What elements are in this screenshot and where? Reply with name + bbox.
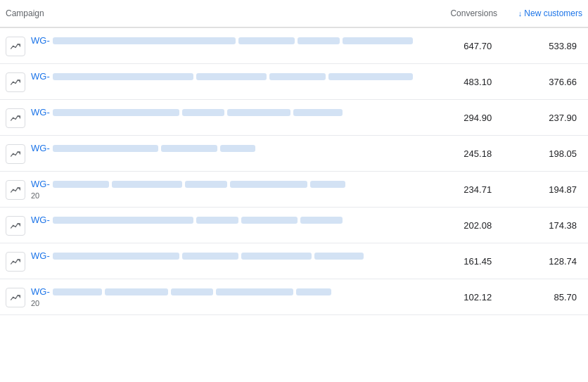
table-row[interactable]: WG-161.45128.74 [0,243,588,279]
campaign-name-blur [53,181,109,188]
campaign-name-blur [293,109,343,116]
column-header-new-customers[interactable]: ↓New customers [503,0,588,27]
column-header-conversions[interactable]: Conversions [425,0,503,27]
data-table: Campaign Conversions ↓New customers WG-6… [0,0,588,315]
campaign-name-blur [182,109,224,116]
new-customers-value: 194.87 [503,172,588,208]
campaign-name-blur [343,37,413,44]
campaign-name-blur [314,253,364,260]
column-header-campaign[interactable]: Campaign [0,0,425,27]
campaign-name-wrap: WG-20 [31,286,331,307]
campaign-name-blur [300,217,343,224]
campaign-name-blur [185,181,227,188]
table-row[interactable]: WG-202.08174.38 [0,208,588,243]
campaign-name-blur [269,73,326,80]
campaign-name-blur [53,253,179,260]
campaign-prefix: WG- [31,107,50,117]
campaign-name-blur [182,253,238,260]
campaign-icon [6,216,25,236]
conversions-value: 647.70 [425,27,503,64]
campaign-prefix: WG- [31,143,50,153]
campaign-name-wrap: WG- [31,250,364,261]
campaign-prefix: WG- [31,71,50,82]
campaign-icon [6,37,25,56]
campaign-icon [6,108,25,128]
campaign-icon [6,144,25,164]
table-row[interactable]: WG-245.18198.05 [0,136,588,172]
campaign-subtitle: 20 [31,299,39,307]
campaign-prefix: WG- [31,215,50,225]
new-customers-header-label: New customers [524,8,582,18]
campaign-name-blur [238,37,295,44]
campaign-name-wrap: WG- [31,107,343,117]
new-customers-value: 533.89 [503,27,588,64]
campaign-name-blur [328,73,413,80]
campaign-prefix: WG- [31,286,50,297]
campaign-name-blur [230,181,307,188]
campaign-name-blur [241,217,298,224]
campaign-name-blur [53,37,236,44]
campaign-name-blur [53,73,193,80]
new-customers-value: 198.05 [503,136,588,172]
campaign-name-wrap: WG- [31,215,343,225]
conversions-value: 483.10 [425,64,503,100]
conversions-value: 245.18 [425,136,503,172]
new-customers-value: 128.74 [503,243,588,279]
table-row[interactable]: WG-20234.71194.87 [0,172,588,208]
campaign-name-blur [53,109,179,116]
campaign-prefix: WG- [31,179,50,189]
conversions-value: 102.12 [425,279,503,315]
campaign-name-blur [105,288,168,295]
table-row[interactable]: WG-647.70533.89 [0,27,588,64]
campaign-name-blur [298,37,340,44]
table-row[interactable]: WG-483.10376.66 [0,64,588,100]
campaign-prefix: WG- [31,35,50,46]
campaign-name-blur [112,181,182,188]
campaign-icon [6,288,25,307]
campaign-name-wrap: WG- [31,71,413,82]
campaign-name-blur [310,181,345,188]
new-customers-value: 174.38 [503,208,588,243]
table-row[interactable]: WG-20102.1285.70 [0,279,588,315]
new-customers-value: 237.90 [503,100,588,136]
campaign-name-blur [53,217,193,224]
campaign-name-blur [196,217,238,224]
campaign-icon [6,72,25,92]
campaign-header-label: Campaign [6,8,44,18]
new-customers-value: 376.66 [503,64,588,100]
campaign-name-blur [161,145,217,152]
campaign-name-blur [216,288,293,295]
campaign-name-wrap: WG-20 [31,179,345,200]
sort-down-icon: ↓ [518,9,523,18]
campaign-name-wrap: WG- [31,143,255,153]
campaign-name-blur [241,253,312,260]
campaign-name-blur [227,109,290,116]
campaign-name-blur [196,73,267,80]
campaign-prefix: WG- [31,250,50,261]
conversions-value: 234.71 [425,172,503,208]
campaign-name-wrap: WG- [31,35,413,46]
campaign-name-blur [220,145,255,152]
conversions-value: 202.08 [425,208,503,243]
conversions-header-label: Conversions [450,8,497,18]
campaign-icon [6,252,25,272]
conversions-value: 294.90 [425,100,503,136]
campaign-subtitle: 20 [31,191,39,200]
campaign-name-blur [171,288,213,295]
campaign-icon [6,180,25,200]
campaign-name-blur [53,145,158,152]
campaign-name-blur [296,288,331,295]
table-row[interactable]: WG-294.90237.90 [0,100,588,136]
conversions-value: 161.45 [425,243,503,279]
new-customers-value: 85.70 [503,279,588,315]
campaign-name-blur [53,288,102,295]
